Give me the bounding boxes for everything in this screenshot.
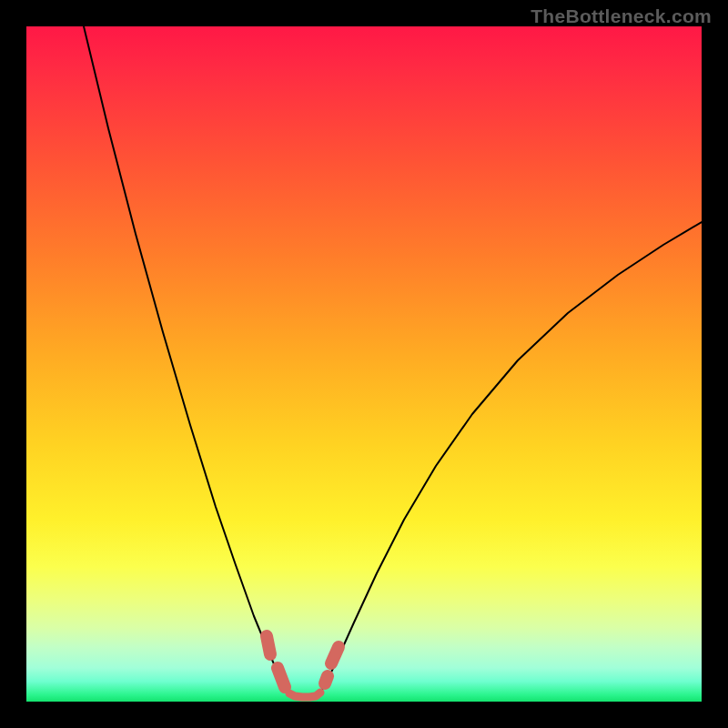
plot-area xyxy=(26,26,702,702)
watermark-text: TheBottleneck.com xyxy=(531,5,712,27)
series-right-curve xyxy=(320,222,702,693)
series-left-curve xyxy=(84,26,289,693)
chart-stage: TheBottleneck.com xyxy=(0,0,728,728)
series-left-blob-top xyxy=(267,636,270,654)
series-valley-floor xyxy=(289,693,320,697)
series-right-blob-top xyxy=(331,647,339,663)
series-left-blob-bottom xyxy=(278,668,285,687)
series-right-blob-bottom xyxy=(325,676,328,683)
chart-svg xyxy=(26,26,702,702)
